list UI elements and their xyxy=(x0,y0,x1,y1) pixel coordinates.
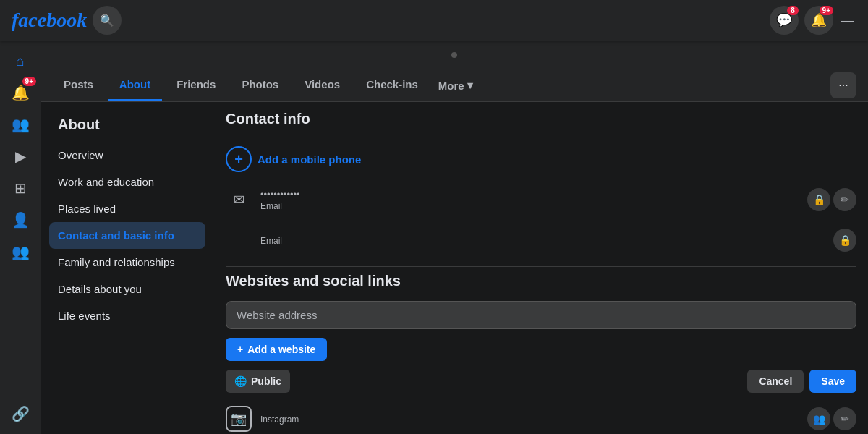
divider-1 xyxy=(226,266,856,267)
content-body: About Overview Work and education Places… xyxy=(41,102,868,434)
search-icon: 🔍 xyxy=(100,14,114,27)
about-nav-details[interactable]: Details about you xyxy=(49,276,205,302)
sidebar-link[interactable]: 🔗 xyxy=(6,399,35,428)
person-icon: 👤 xyxy=(12,211,30,229)
apps-icon: ⊞ xyxy=(14,179,27,197)
sidebar-notifications[interactable]: 🔔 9+ xyxy=(6,78,35,107)
tab-checkins[interactable]: Check-ins xyxy=(354,69,430,101)
contact-info-title: Contact info xyxy=(226,111,856,127)
left-sidebar: ⌂ 🔔 9+ 👥 ▶ ⊞ 👤 👥 🔗 xyxy=(0,41,41,434)
about-heading: About xyxy=(49,111,205,139)
about-nav-contact[interactable]: Contact and basic info xyxy=(49,222,205,249)
messenger-button[interactable]: 💬 8 xyxy=(770,6,799,35)
save-button[interactable]: Save xyxy=(809,370,856,393)
email-actions-1: 🔒 ✏ xyxy=(807,188,856,211)
instagram-icon-container: 📷 xyxy=(226,406,252,432)
email-text-2: Email xyxy=(260,234,825,246)
minimize-button[interactable]: — xyxy=(839,12,856,29)
instagram-edit-button[interactable]: ✏ xyxy=(833,407,856,430)
tab-about[interactable]: About xyxy=(108,69,162,101)
email-edit-button-1[interactable]: ✏ xyxy=(833,188,856,211)
about-nav-life-events[interactable]: Life events xyxy=(49,302,205,329)
more-options-button[interactable]: ··· xyxy=(830,72,856,98)
email-actions-2: 🔒 xyxy=(833,229,856,252)
about-main-content: Contact info + Add a mobile phone ✉ ••••… xyxy=(214,102,868,434)
add-phone-label: Add a mobile phone xyxy=(258,153,361,166)
home-icon: ⌂ xyxy=(16,53,25,69)
add-website-button[interactable]: + Add a website xyxy=(226,338,327,361)
top-navbar: facebook 🔍 💬 8 🔔 9+ — xyxy=(0,0,868,41)
email-value-1: •••••••••••• xyxy=(260,189,799,200)
websites-title: Websites and social links xyxy=(226,273,856,289)
email-row-2: Email 🔒 xyxy=(226,220,856,260)
sidebar-apps[interactable]: ⊞ xyxy=(6,174,35,203)
sidebar-community[interactable]: 👥 xyxy=(6,237,35,266)
profile-cover xyxy=(41,41,868,69)
tab-friends[interactable]: Friends xyxy=(165,69,227,101)
tab-photos[interactable]: Photos xyxy=(230,69,290,101)
plus-icon: + xyxy=(237,344,243,355)
sidebar-profile[interactable]: 👤 xyxy=(6,205,35,234)
instagram-actions: 👥 ✏ xyxy=(807,407,856,430)
navbar-right: 💬 8 🔔 9+ — xyxy=(770,6,856,35)
watch-icon: ▶ xyxy=(15,148,26,165)
navbar-left: facebook 🔍 xyxy=(12,6,156,35)
profile-cover-indicator xyxy=(451,52,457,58)
add-phone-row[interactable]: + Add a mobile phone xyxy=(226,139,856,179)
email-privacy-button-1[interactable]: 🔒 xyxy=(807,188,830,211)
messenger-badge: 8 xyxy=(787,6,799,15)
email-icon-1: ✉ xyxy=(226,187,252,213)
instagram-icon: 📷 xyxy=(226,406,252,432)
notifications-button[interactable]: 🔔 9+ xyxy=(804,6,833,35)
tab-videos[interactable]: Videos xyxy=(293,69,352,101)
about-nav-places[interactable]: Places lived xyxy=(49,195,205,222)
cancel-button[interactable]: Cancel xyxy=(747,370,804,393)
add-phone-icon: + xyxy=(226,146,252,172)
about-nav-work[interactable]: Work and education xyxy=(49,169,205,195)
profile-tabs: Posts About Friends Photos Videos Check-… xyxy=(41,69,868,102)
facebook-logo: facebook xyxy=(12,10,87,30)
website-input[interactable] xyxy=(237,309,846,321)
privacy-button[interactable]: 🌐 Public xyxy=(226,370,290,393)
about-nav-overview[interactable]: Overview xyxy=(49,142,205,169)
email-privacy-button-2[interactable]: 🔒 xyxy=(833,229,856,252)
link-icon: 🔗 xyxy=(12,405,30,422)
search-button[interactable]: 🔍 xyxy=(93,6,122,35)
email-row-1: ✉ •••••••••••• Email 🔒 ✏ xyxy=(226,179,856,220)
chevron-down-icon: ▾ xyxy=(467,79,473,92)
community-icon: 👥 xyxy=(12,243,30,260)
instagram-row: 📷 Instagram 👥 ✏ xyxy=(226,399,856,434)
save-cancel-row: Cancel Save xyxy=(747,370,856,393)
tab-more[interactable]: More ▾ xyxy=(433,70,479,101)
about-sidebar: About Overview Work and education Places… xyxy=(41,102,214,434)
sidebar-friends[interactable]: 👥 xyxy=(6,110,35,139)
instagram-text: Instagram xyxy=(260,413,799,425)
about-nav-family[interactable]: Family and relationships xyxy=(49,249,205,276)
sidebar-watch[interactable]: ▶ xyxy=(6,142,35,171)
email-text-1: •••••••••••• Email xyxy=(260,189,799,211)
bell-icon: 🔔 xyxy=(12,84,30,101)
main-content: Posts About Friends Photos Videos Check-… xyxy=(41,41,868,434)
sidebar-badge: 9+ xyxy=(22,77,36,86)
email-icon-2 xyxy=(226,227,252,253)
instagram-friends-button[interactable]: 👥 xyxy=(807,407,830,430)
tab-posts[interactable]: Posts xyxy=(52,69,105,101)
privacy-save-row: 🌐 Public Cancel Save xyxy=(226,370,856,393)
friends-icon: 👥 xyxy=(12,116,30,133)
notifications-badge: 9+ xyxy=(820,6,833,15)
website-input-container[interactable] xyxy=(226,301,856,329)
sidebar-home[interactable]: ⌂ xyxy=(6,46,35,75)
globe-icon: 🌐 xyxy=(234,375,247,387)
